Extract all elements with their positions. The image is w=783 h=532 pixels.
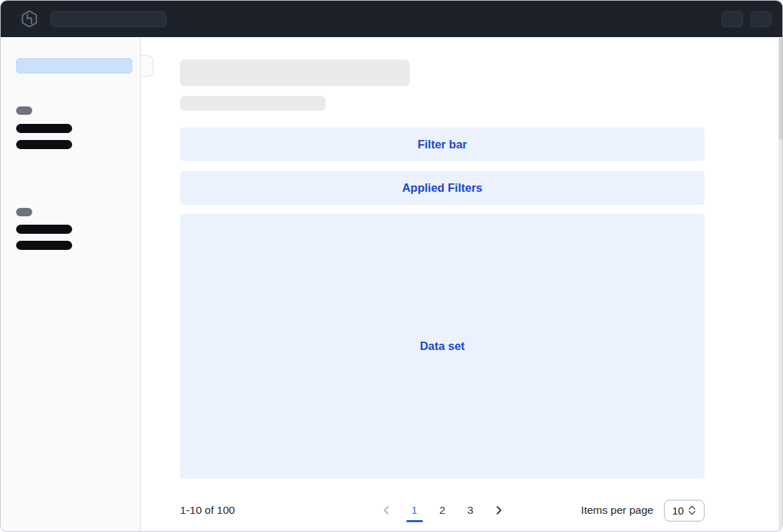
- next-page-button[interactable]: [490, 498, 508, 522]
- data-set-label: Data set: [420, 340, 464, 353]
- filter-bar-label: Filter bar: [417, 138, 467, 151]
- pagination-pager: 1 2 3: [377, 498, 508, 522]
- applied-filters-placeholder: Applied Filters: [180, 171, 705, 205]
- chevron-right-icon: [493, 505, 504, 516]
- items-per-page-group: Items per page 10: [581, 500, 705, 522]
- page-number: 1: [411, 504, 417, 517]
- page-button-1[interactable]: 1: [406, 498, 424, 522]
- page-subtitle-skeleton: [180, 96, 326, 111]
- applied-filters-label: Applied Filters: [402, 181, 483, 195]
- active-page-underline: [406, 520, 423, 522]
- sidebar-item-skeleton: [16, 124, 72, 133]
- page-button-2[interactable]: 2: [434, 498, 452, 522]
- pagination-range-info: 1-10 of 100: [180, 504, 235, 517]
- items-per-page-label: Items per page: [581, 504, 653, 517]
- app-header: [1, 1, 782, 37]
- sidebar: [1, 37, 141, 531]
- sidebar-section-label-skeleton: [16, 106, 32, 115]
- hashicorp-logo-icon: [20, 10, 39, 28]
- sidebar-item-skeleton: [16, 225, 72, 234]
- header-action-skeleton-1: [721, 11, 743, 27]
- sidebar-item-skeleton: [16, 140, 72, 149]
- sidebar-toggle-button[interactable]: [141, 55, 153, 77]
- scrollbar-thumb[interactable]: [779, 38, 782, 139]
- prev-page-button[interactable]: [377, 498, 396, 522]
- app-window: Filter bar Applied Filters Data set 1-10…: [0, 0, 783, 532]
- page-button-3[interactable]: 3: [462, 498, 480, 522]
- sidebar-active-item-skeleton: [16, 58, 132, 74]
- header-nav-skeleton: [50, 11, 167, 27]
- sidebar-section-label-skeleton: [16, 208, 32, 216]
- page-number: 2: [439, 504, 445, 517]
- sidebar-item-skeleton: [16, 241, 72, 250]
- select-caret-icon: [688, 505, 696, 516]
- filter-bar-placeholder: Filter bar: [180, 127, 705, 161]
- page-size-value: 10: [672, 505, 684, 517]
- chevron-left-icon: [381, 505, 392, 516]
- data-set-placeholder: Data set: [180, 214, 705, 479]
- page-size-select[interactable]: 10: [664, 500, 705, 522]
- header-action-skeleton-2: [750, 11, 772, 27]
- page-title-skeleton: [180, 59, 410, 86]
- page-number: 3: [467, 504, 473, 517]
- pagination-bar: 1-10 of 100 1 2 3: [180, 495, 705, 526]
